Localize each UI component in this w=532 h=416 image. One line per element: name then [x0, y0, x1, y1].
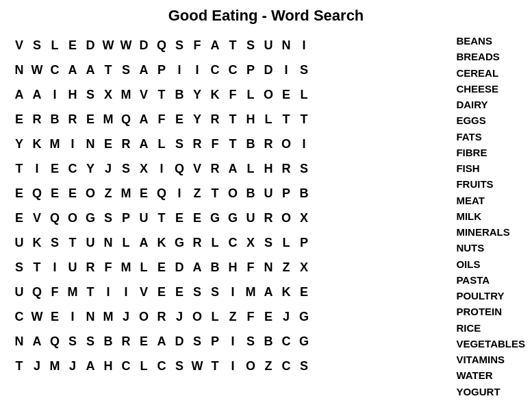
cell-12-0: N [10, 329, 28, 354]
cell-9-3: U [64, 255, 81, 280]
word-item-13: NUTS [456, 240, 525, 256]
cell-9-16: X [295, 255, 313, 280]
cell-5-10: V [188, 156, 206, 181]
cell-10-3: M [64, 280, 81, 304]
cell-9-6: M [117, 255, 135, 280]
cell-1-16: S [295, 58, 313, 82]
cell-2-3: H [64, 82, 81, 107]
cell-2-9: B [170, 82, 188, 107]
cell-3-11: R [206, 107, 224, 132]
cell-3-1: R [28, 107, 46, 132]
cell-9-12: H [224, 255, 242, 280]
cell-6-6: M [117, 181, 135, 206]
cell-6-14: U [259, 181, 277, 206]
cell-6-5: Z [99, 181, 117, 206]
cell-8-1: K [28, 230, 46, 255]
cell-13-9: S [170, 354, 188, 378]
cell-6-15: P [277, 181, 295, 206]
cell-12-2: Q [46, 329, 64, 354]
cell-0-12: T [224, 33, 242, 58]
word-item-22: YOGURT [456, 384, 525, 400]
word-item-10: MEAT [456, 193, 525, 208]
cell-4-14: R [259, 132, 277, 156]
cell-10-12: I [224, 280, 242, 304]
word-item-11: MILK [456, 208, 525, 224]
word-list: BEANSBREADSCEREALCHEESEDAIRYEGGSFATSFIBR… [446, 33, 525, 409]
cell-6-8: Q [153, 181, 170, 206]
cell-7-14: R [259, 206, 277, 230]
cell-9-11: B [206, 255, 224, 280]
cell-10-11: S [206, 280, 224, 304]
cell-8-3: T [64, 230, 81, 255]
cell-5-16: S [295, 156, 313, 181]
word-item-8: FISH [456, 160, 525, 176]
cell-9-15: Z [277, 255, 295, 280]
cell-5-5: J [99, 156, 117, 181]
cell-11-0: C [10, 304, 28, 329]
cell-12-5: B [99, 329, 117, 354]
cell-0-7: D [135, 33, 153, 58]
cell-2-4: S [81, 82, 99, 107]
cell-7-13: U [242, 206, 259, 230]
cell-13-14: Z [259, 354, 277, 378]
cell-12-11: P [206, 329, 224, 354]
cell-11-4: N [81, 304, 99, 329]
cell-12-10: S [188, 329, 206, 354]
cell-7-0: E [10, 206, 28, 230]
cell-0-13: S [242, 33, 259, 58]
cell-4-6: R [117, 132, 135, 156]
cell-10-15: K [277, 280, 295, 304]
cell-8-11: L [206, 230, 224, 255]
cell-13-16: S [295, 354, 313, 378]
cell-0-16: I [295, 33, 313, 58]
cell-2-5: X [99, 82, 117, 107]
cell-10-8: E [153, 280, 170, 304]
cell-7-15: O [277, 206, 295, 230]
word-item-19: VEGETABLES [456, 336, 525, 352]
cell-5-12: A [224, 156, 242, 181]
cell-12-7: E [135, 329, 153, 354]
cell-6-10: Z [188, 181, 206, 206]
cell-1-12: C [224, 58, 242, 82]
cell-7-12: G [224, 206, 242, 230]
cell-5-9: Q [170, 156, 188, 181]
cell-7-7: U [135, 206, 153, 230]
cell-4-2: M [46, 132, 64, 156]
cell-0-4: D [81, 33, 99, 58]
cell-5-4: Y [81, 156, 99, 181]
word-item-4: DAIRY [456, 97, 525, 112]
cell-3-4: E [81, 107, 99, 132]
cell-2-0: A [10, 82, 28, 107]
word-item-20: VITAMINS [456, 352, 525, 367]
word-item-14: OILS [456, 256, 525, 272]
cell-12-3: S [64, 329, 81, 354]
cell-13-6: C [117, 354, 135, 378]
word-item-16: POULTRY [456, 288, 525, 304]
cell-12-14: B [259, 329, 277, 354]
cell-3-5: M [99, 107, 117, 132]
cell-4-15: O [277, 132, 295, 156]
cell-0-3: E [64, 33, 81, 58]
cell-10-7: V [135, 280, 153, 304]
cell-13-5: H [99, 354, 117, 378]
cell-1-13: P [242, 58, 259, 82]
cell-13-8: C [153, 354, 170, 378]
cell-2-6: M [117, 82, 135, 107]
cell-9-5: F [99, 255, 117, 280]
cell-9-1: T [28, 255, 46, 280]
cell-4-0: Y [10, 132, 28, 156]
cell-4-9: S [170, 132, 188, 156]
cell-4-11: F [206, 132, 224, 156]
cell-11-9: J [170, 304, 188, 329]
cell-0-11: A [206, 33, 224, 58]
cell-10-1: Q [28, 280, 46, 304]
cell-2-8: T [153, 82, 170, 107]
cell-9-13: F [242, 255, 259, 280]
cell-12-13: S [242, 329, 259, 354]
cell-0-14: U [259, 33, 277, 58]
page-title: Good Eating - Word Search [7, 7, 525, 25]
cell-2-15: E [277, 82, 295, 107]
cell-10-5: I [99, 280, 117, 304]
cell-8-12: C [224, 230, 242, 255]
cell-13-1: J [28, 354, 46, 378]
